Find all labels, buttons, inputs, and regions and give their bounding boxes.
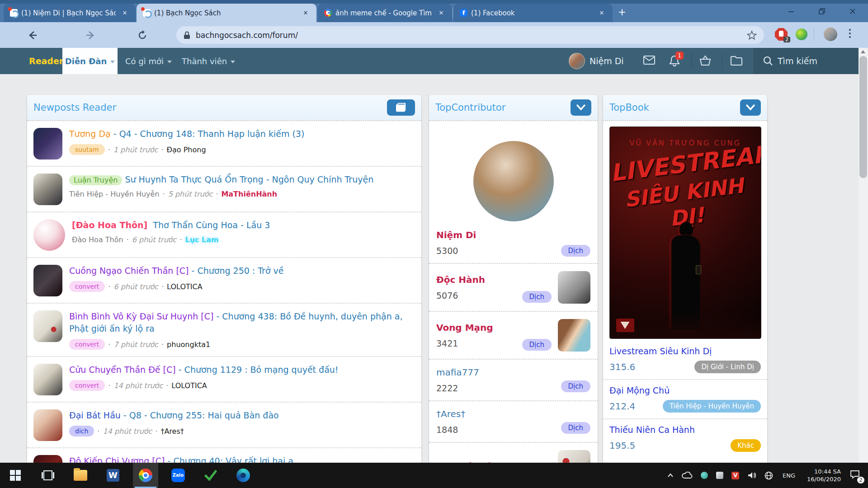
nav-tab-whats-new[interactable]: Có gì mới: [125, 48, 172, 74]
thread-thumbnail[interactable]: [33, 364, 62, 395]
translator-badge[interactable]: Dịch: [561, 380, 590, 392]
translator-badge[interactable]: Dịch: [522, 339, 552, 351]
language-indicator[interactable]: ENG: [783, 472, 795, 479]
thread-title-link[interactable]: Thơ Thẩn Cùng Hoa - Lầu 3: [153, 220, 270, 230]
back-icon[interactable]: [24, 27, 41, 43]
chevron-down-icon[interactable]: [110, 61, 115, 63]
contributor-avatar[interactable]: [473, 141, 554, 221]
window-minimize-button[interactable]: [776, 0, 807, 22]
unikey-icon[interactable]: V: [731, 472, 739, 479]
tab-close-icon[interactable]: ✕: [437, 9, 446, 18]
scrollbar-thumb[interactable]: [859, 56, 867, 178]
volume-icon[interactable]: [747, 471, 756, 479]
clock[interactable]: 10:44 SA 16/06/2020: [807, 468, 841, 483]
collapse-button[interactable]: [740, 99, 761, 116]
thread-type-badge[interactable]: dich: [69, 426, 94, 436]
thread-type-badge[interactable]: convert: [69, 281, 105, 292]
start-button[interactable]: [3, 463, 28, 488]
thread-type-badge[interactable]: convert: [69, 380, 105, 391]
thread-title-link[interactable]: - Chương 1129 : Bỏ mạng quyết đấu!: [176, 365, 339, 375]
browser-tab-3[interactable]: ảnh meme chế - Google Tìm kiến ✕: [318, 4, 452, 22]
tab-close-icon[interactable]: ✕: [120, 9, 129, 18]
thread-book-link[interactable]: Tương Dạ: [69, 129, 111, 139]
book-row[interactable]: Livestream Siêu Kinh Dị 315.6 Dị Giới - …: [603, 341, 767, 380]
chevron-down-icon[interactable]: [231, 61, 235, 63]
network-icon[interactable]: [764, 471, 773, 480]
thread-title-link[interactable]: Sư Huynh Ta Thực Quá Ổn Trọng - Ngôn Quy…: [125, 174, 373, 184]
thread-thumbnail[interactable]: [33, 174, 62, 205]
browser-tab-1[interactable]: (1) Niệm Di | Bạch Ngọc Sách ✕: [4, 4, 136, 22]
tab-close-icon[interactable]: ✕: [301, 9, 310, 18]
tray-expand-icon[interactable]: [667, 473, 674, 478]
thread-author-link[interactable]: †Ares†: [160, 427, 184, 436]
tray-icon[interactable]: [716, 472, 723, 479]
contributor-row[interactable]: Vong Mạng 3421 Dịch: [429, 312, 598, 360]
thread-title-link[interactable]: - Q4 - Chương 148: Thanh Hạp luận kiếm (…: [111, 129, 305, 139]
thread-book-link[interactable]: Bình Bình Vô Kỳ Đại Sư Huynh [C]: [69, 311, 213, 321]
chevron-down-icon[interactable]: [167, 61, 172, 63]
contributor-avatar[interactable]: [558, 271, 590, 304]
chrome-menu-icon[interactable]: [849, 29, 851, 38]
nav-tab-forum[interactable]: Diễn Đàn: [62, 48, 118, 74]
contributor-name[interactable]: †Ares†: [436, 408, 465, 419]
thread-thumbnail[interactable]: [33, 409, 62, 441]
book-title-link[interactable]: Livestream Siêu Kinh Dị: [609, 346, 761, 356]
book-genre-badge[interactable]: Khác: [731, 439, 761, 452]
contributor-name[interactable]: Niệm Di: [436, 230, 590, 240]
chrome-button-active[interactable]: [133, 463, 158, 488]
thread-row[interactable]: Cửu Chuyển Thần Đế [C] - Chương 1129 : B…: [27, 357, 421, 403]
book-cover-image[interactable]: VŨ VĂN TRƯỜNG CUNG LIVESTREAM SIÊU KINH …: [609, 127, 761, 339]
nav-user-account[interactable]: Niệm Di: [569, 48, 624, 74]
book-title-link[interactable]: Thiếu Niên Ca Hành: [609, 425, 761, 435]
search-button[interactable]: Tìm kiếm: [753, 48, 859, 74]
book-genre-badge[interactable]: Dị Giới - Linh Dị: [694, 361, 761, 373]
contributor-row[interactable]: Độc Hành 5076 Dịch: [429, 264, 598, 312]
thread-row[interactable]: Cuồng Ngạo Chiến Thần [C] - Chương 250 :…: [27, 258, 421, 304]
scroll-up-icon[interactable]: [861, 50, 865, 53]
folder-icon[interactable]: [730, 55, 743, 68]
thread-type-badge[interactable]: Luận Truyện: [69, 175, 122, 185]
thread-type-badge[interactable]: convert: [69, 339, 105, 350]
contributor-featured[interactable]: Niệm Di 5300 Dịch: [429, 121, 598, 264]
profile-avatar[interactable]: [824, 28, 837, 41]
thread-title-link[interactable]: - Chương 250 : Trở về: [189, 266, 283, 276]
thread-author-link[interactable]: LOLOTICA: [167, 282, 202, 291]
thread-thumbnail[interactable]: [33, 219, 65, 251]
forward-icon[interactable]: [82, 27, 99, 43]
thread-row[interactable]: Tương Dạ - Q4 - Chương 148: Thanh Hạp lu…: [27, 121, 421, 167]
translator-badge[interactable]: Dịch: [561, 422, 590, 434]
thread-book-link[interactable]: Cuồng Ngạo Chiến Thần [C]: [69, 266, 189, 276]
contributor-row[interactable]: mafia777 2222 Dịch: [429, 360, 598, 401]
address-bar[interactable]: bachngocsach.com/forum/: [176, 26, 764, 44]
basket-icon[interactable]: [699, 55, 711, 68]
adblock-extension-icon[interactable]: 2: [775, 28, 788, 41]
translator-badge[interactable]: Dịch: [522, 291, 552, 303]
word-button[interactable]: W: [100, 463, 126, 488]
browser-tab-4[interactable]: f (1) Facebook ✕: [453, 4, 613, 22]
idm-extension-icon[interactable]: [796, 28, 807, 40]
action-center-button[interactable]: 2: [850, 470, 860, 481]
contributor-name[interactable]: mafia777: [436, 367, 479, 378]
translator-badge[interactable]: Dịch: [561, 245, 590, 257]
book-title-link[interactable]: Đại Mộng Chủ: [609, 385, 761, 395]
book-row[interactable]: Đại Mộng Chủ 212.4 Tiên Hiệp - Huyền Huy…: [603, 380, 767, 419]
window-restore-button[interactable]: [807, 0, 837, 22]
thread-author-link[interactable]: Đạo Phong: [167, 145, 206, 154]
window-close-button[interactable]: [837, 0, 868, 22]
tray-icon[interactable]: [701, 472, 708, 479]
file-explorer-button[interactable]: [68, 463, 93, 488]
thread-thumbnail[interactable]: [33, 310, 62, 342]
collapse-button[interactable]: [571, 99, 591, 116]
book-genre-badge[interactable]: Tiên Hiệp - Huyền Huyễn: [663, 400, 761, 413]
thread-author-link[interactable]: MaThiênHành: [221, 190, 277, 198]
thread-author-link[interactable]: LOLOTICA: [171, 381, 207, 390]
refresh-icon[interactable]: [134, 27, 151, 43]
thread-author-link[interactable]: phuongkta1: [167, 340, 210, 349]
browser-tab-2-active[interactable]: (1) Bạch Ngọc Sách ✕: [137, 4, 316, 22]
user-avatar[interactable]: [569, 53, 585, 69]
contributor-name[interactable]: Độc Hành: [436, 274, 485, 285]
thread-type-badge[interactable]: suutam: [69, 144, 105, 155]
thread-thumbnail[interactable]: [33, 265, 62, 296]
thread-thumbnail[interactable]: [33, 128, 62, 160]
mail-icon[interactable]: [643, 55, 655, 67]
